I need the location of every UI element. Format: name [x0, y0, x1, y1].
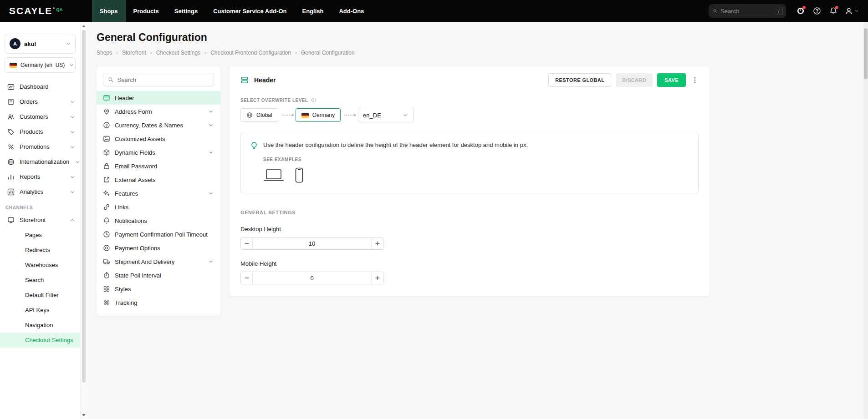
- discard-button[interactable]: DISCARD: [616, 73, 653, 87]
- logo-mark: °: [53, 7, 55, 12]
- currency-icon: [103, 121, 110, 129]
- config-item-styles[interactable]: Styles: [97, 282, 220, 296]
- dashboard-icon: [7, 83, 15, 91]
- image-icon: [103, 135, 110, 142]
- country-language-selector[interactable]: Germany (en_US): [5, 57, 76, 73]
- topbar-icons: [793, 4, 862, 18]
- sidebar-item-default-filter[interactable]: Default Filter: [0, 288, 80, 303]
- sidebar-item-checkout-settings[interactable]: Checkout Settings: [0, 333, 80, 348]
- topnav-item-settings[interactable]: Settings: [167, 0, 205, 22]
- config-item-state-poll-interval[interactable]: State Poll Interval: [97, 268, 220, 282]
- chevron-down-icon: [69, 129, 76, 135]
- germany-flag-icon: [10, 63, 17, 68]
- sidebar-item-warehouses[interactable]: Warehouses: [0, 257, 80, 273]
- scayle-logo[interactable]: SCAYLE°QA: [9, 5, 63, 16]
- global-search[interactable]: /: [709, 4, 786, 18]
- breadcrumb: Shops Storefront Checkout Settings Check…: [97, 50, 868, 56]
- increment-button[interactable]: [371, 237, 383, 249]
- config-item-email-password[interactable]: Email Password: [97, 159, 220, 173]
- config-item-external-assets[interactable]: External Assets: [97, 173, 220, 187]
- restore-global-button[interactable]: RESTORE GLOBAL: [548, 73, 611, 87]
- global-level-chip[interactable]: Global: [240, 108, 278, 122]
- sidebar-item-storefront[interactable]: Storefront: [0, 212, 80, 227]
- breadcrumb-general-configuration[interactable]: General Configuration: [301, 50, 354, 56]
- cube-icon: [103, 149, 110, 156]
- info-icon[interactable]: [311, 97, 317, 103]
- decrement-button[interactable]: [241, 237, 253, 249]
- notifications-button[interactable]: [826, 4, 841, 18]
- sidebar-item-customers[interactable]: Customers: [0, 109, 80, 124]
- save-button[interactable]: SAVE: [657, 73, 686, 87]
- topnav-item-customer-service-add-on[interactable]: Customer Service Add-On: [205, 0, 294, 22]
- config-item-shipment-and-delivery[interactable]: Shipment And Delivery: [97, 255, 220, 268]
- page-scrollbar-thumb[interactable]: [864, 28, 868, 79]
- chevron-down-icon: [69, 99, 76, 105]
- breadcrumb-checkout-frontend-configuration[interactable]: Checkout Frontend Configuration: [210, 50, 291, 56]
- config-item-payment-options[interactable]: Payment Options: [97, 241, 220, 255]
- config-item-links[interactable]: Links: [97, 200, 220, 214]
- config-search[interactable]: [103, 73, 214, 86]
- chevron-down-icon: [69, 189, 76, 195]
- percent-icon: [7, 143, 15, 151]
- mobile-example-thumbnail[interactable]: [295, 167, 303, 183]
- config-item-address-form[interactable]: Address Form: [97, 105, 220, 118]
- locale-level-select[interactable]: en_DE: [358, 108, 414, 122]
- global-search-input[interactable]: [720, 8, 771, 15]
- config-item-customized-assets[interactable]: Customized Assets: [97, 132, 220, 146]
- desktop-height-input[interactable]: [253, 237, 371, 249]
- desktop-example-thumbnail[interactable]: [263, 168, 284, 182]
- increment-button[interactable]: [371, 272, 383, 284]
- shop-selector[interactable]: A akul: [5, 34, 76, 54]
- scroll-up-arrow[interactable]: [81, 23, 87, 29]
- sidebar-scrollbar-thumb[interactable]: [82, 30, 86, 383]
- sidebar-item-promotions[interactable]: Promotions: [0, 139, 80, 154]
- topnav-item-shops[interactable]: Shops: [92, 0, 126, 22]
- sidebar-item-search[interactable]: Search: [0, 273, 80, 288]
- sidebar-item-orders[interactable]: Orders: [0, 94, 80, 109]
- scroll-down-arrow[interactable]: [81, 412, 87, 418]
- config-item-tracking[interactable]: Tracking: [97, 296, 220, 309]
- sidebar-item-analytics[interactable]: Analytics: [0, 184, 80, 199]
- kebab-menu-icon[interactable]: [691, 76, 699, 84]
- sidebar-item-redirects[interactable]: Redirects: [0, 242, 80, 257]
- sidebar-item-products[interactable]: Products: [0, 124, 80, 139]
- page-scrollbar[interactable]: [863, 22, 868, 419]
- config-item-notifications[interactable]: Notifications: [97, 214, 220, 227]
- sidebar-item-internationalization[interactable]: Internationalization: [0, 154, 80, 169]
- decrement-button[interactable]: [241, 272, 253, 284]
- config-item-currency-dates-names[interactable]: Currency, Dates & Names: [97, 118, 220, 132]
- sidebar-item-navigation[interactable]: Navigation: [0, 318, 80, 333]
- sidebar-item-dashboard[interactable]: Dashboard: [0, 79, 80, 94]
- config-item-dynamic-fields[interactable]: Dynamic Fields: [97, 146, 220, 159]
- topnav-item-language[interactable]: English: [294, 0, 331, 22]
- breadcrumb-shops[interactable]: Shops: [97, 50, 112, 56]
- mobile-height-input[interactable]: [253, 272, 371, 284]
- topnav-item-add-ons[interactable]: Add-Ons: [331, 0, 372, 22]
- customers-icon: [7, 113, 15, 121]
- topnav-item-products[interactable]: Products: [126, 0, 167, 22]
- config-item-features[interactable]: Features: [97, 187, 220, 200]
- chevron-down-icon: [208, 122, 214, 128]
- sidebar-item-api-keys[interactable]: API Keys: [0, 303, 80, 318]
- notification-dot: [835, 6, 838, 9]
- config-item-label: Notifications: [115, 217, 147, 224]
- config-item-header[interactable]: Header: [97, 91, 220, 105]
- level-connector: [282, 115, 292, 116]
- sidebar-item-pages[interactable]: Pages: [0, 227, 80, 242]
- breadcrumb-storefront[interactable]: Storefront: [122, 50, 146, 56]
- see-examples-label: SEE EXAMPLES: [263, 157, 689, 162]
- search-icon: [713, 8, 717, 14]
- whats-new-button[interactable]: [793, 4, 808, 18]
- help-button[interactable]: [810, 4, 824, 18]
- config-search-input[interactable]: [117, 76, 209, 83]
- sidebar-item-reports[interactable]: Reports: [0, 169, 80, 184]
- config-item-payment-confirmation-poll-timeout[interactable]: Payment Confirmation Poll Timeout: [97, 227, 220, 241]
- coin-icon: [103, 244, 110, 252]
- breadcrumb-checkout-settings[interactable]: Checkout Settings: [156, 50, 200, 56]
- sidebar-scrollbar[interactable]: [80, 22, 87, 419]
- account-menu-button[interactable]: [842, 4, 862, 18]
- country-level-chip[interactable]: Germany: [296, 108, 341, 122]
- config-item-label: Tracking: [115, 299, 137, 306]
- chevron-down-icon: [74, 159, 80, 165]
- analytics-chart-icon: [7, 188, 15, 196]
